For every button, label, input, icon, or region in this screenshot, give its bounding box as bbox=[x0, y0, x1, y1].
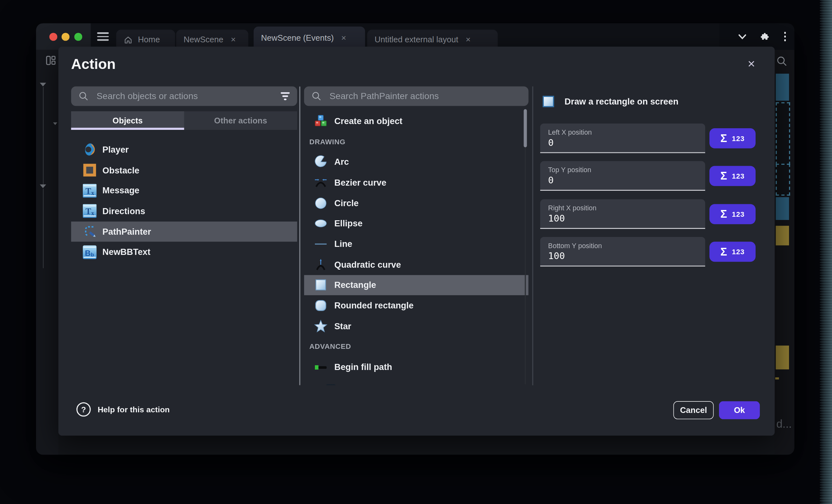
expression-editor-button[interactable]: Σ 123 bbox=[709, 128, 756, 148]
svg-text:x: x bbox=[91, 190, 94, 196]
field-value[interactable]: 100 bbox=[548, 251, 565, 261]
close-tab-icon[interactable]: × bbox=[341, 33, 346, 43]
field-top-y-position[interactable]: Top Y position 0 bbox=[540, 161, 705, 191]
tab-label: NewScene bbox=[184, 35, 224, 45]
expression-editor-button[interactable]: Σ 123 bbox=[709, 166, 756, 186]
event-block bbox=[776, 226, 789, 245]
close-dialog-icon[interactable]: × bbox=[744, 56, 759, 71]
action-item-clipped[interactable] bbox=[304, 377, 528, 385]
tree-guide-line bbox=[43, 189, 44, 268]
close-tab-icon[interactable]: × bbox=[231, 35, 236, 45]
field-bottom-y-position[interactable]: Bottom Y position 100 bbox=[540, 237, 705, 267]
sigma-icon: Σ bbox=[720, 208, 727, 221]
tab-objects[interactable]: Objects bbox=[71, 111, 184, 130]
event-block bbox=[775, 377, 779, 380]
fullscreen-window-button[interactable] bbox=[74, 33, 82, 41]
action-item-bezier-curve[interactable]: Bezier curve bbox=[304, 172, 528, 193]
action-label: Rectangle bbox=[334, 280, 376, 290]
field-right-x-position[interactable]: Right X position 100 bbox=[540, 199, 705, 229]
object-label: Obstacle bbox=[102, 165, 139, 175]
action-item-rounded-rectangle[interactable]: Rounded rectangle bbox=[304, 295, 528, 316]
help-icon: ? bbox=[76, 402, 91, 417]
app-window: Home NewScene × NewScene (Events) × Unti… bbox=[36, 23, 794, 455]
cancel-button[interactable]: Cancel bbox=[673, 401, 714, 419]
events-sheet-strip: d... bbox=[775, 50, 794, 455]
tab-newscene-events[interactable]: NewScene (Events) × bbox=[254, 27, 365, 50]
field-label: Top Y position bbox=[548, 166, 591, 174]
search-actions-input[interactable] bbox=[328, 90, 521, 102]
panel-divider[interactable] bbox=[299, 86, 300, 385]
svg-text:T: T bbox=[85, 207, 91, 217]
action-dialog: Action × Objects Other actions bbox=[58, 47, 775, 436]
minimize-window-button[interactable] bbox=[62, 33, 70, 41]
action-item-line[interactable]: Line bbox=[304, 234, 528, 254]
search-objects-input[interactable] bbox=[96, 90, 274, 102]
help-for-action-link[interactable]: ? Help for this action bbox=[76, 402, 170, 417]
close-tab-icon[interactable]: × bbox=[466, 35, 471, 45]
action-item-create-object[interactable]: Create an object bbox=[304, 111, 528, 131]
action-label: Rounded rectangle bbox=[334, 301, 413, 310]
tab-other-actions[interactable]: Other actions bbox=[184, 111, 297, 130]
field-value[interactable]: 100 bbox=[548, 213, 565, 224]
action-label: Bezier curve bbox=[334, 178, 386, 188]
chevron-down-icon[interactable] bbox=[738, 34, 746, 39]
object-item-player[interactable]: Player bbox=[71, 139, 297, 160]
event-block bbox=[776, 197, 789, 220]
field-value[interactable]: 0 bbox=[548, 137, 554, 148]
action-item-arc[interactable]: Arc bbox=[304, 152, 528, 172]
panels-layout-icon bbox=[46, 55, 56, 66]
ok-button[interactable]: Ok bbox=[719, 401, 760, 419]
object-item-directions[interactable]: Tx Directions bbox=[71, 201, 297, 222]
extensions-puzzle-icon[interactable] bbox=[760, 31, 770, 41]
numbers-icon: 123 bbox=[732, 210, 745, 218]
action-label: Quadratic curve bbox=[334, 259, 401, 269]
object-item-message[interactable]: Tx Message bbox=[71, 180, 297, 201]
event-block bbox=[776, 346, 789, 369]
action-label: Circle bbox=[334, 198, 359, 208]
ellipse-icon bbox=[314, 217, 328, 230]
more-options-kebab-icon[interactable] bbox=[784, 32, 786, 41]
action-list: Create an object DRAWING Arc Bezier curv… bbox=[304, 111, 528, 385]
main-menu-icon[interactable] bbox=[97, 31, 109, 42]
svg-text:T: T bbox=[85, 186, 91, 196]
clipped-action-icon bbox=[327, 385, 335, 385]
action-list-scrollbar-thumb[interactable] bbox=[524, 109, 527, 147]
expression-editor-button[interactable]: Σ 123 bbox=[709, 242, 756, 262]
section-header-drawing: DRAWING bbox=[304, 131, 528, 152]
svg-text:B: B bbox=[85, 249, 90, 257]
tree-expander-icon bbox=[40, 83, 46, 87]
action-label: Create an object bbox=[334, 116, 402, 126]
obstacle-icon bbox=[83, 163, 97, 177]
rectangle-icon bbox=[314, 278, 328, 291]
object-label: Message bbox=[102, 186, 139, 196]
action-item-ellipse[interactable]: Ellipse bbox=[304, 213, 528, 234]
help-label: Help for this action bbox=[98, 405, 170, 414]
selected-action-title: Draw a rectangle on screen bbox=[565, 96, 679, 107]
object-item-obstacle[interactable]: Obstacle bbox=[71, 160, 297, 180]
field-left-x-position[interactable]: Left X position 0 bbox=[540, 123, 705, 153]
action-item-star[interactable]: Star bbox=[304, 316, 528, 336]
rounded-rectangle-icon bbox=[314, 299, 328, 312]
star-icon bbox=[314, 319, 328, 333]
action-list-scrollbar-track[interactable] bbox=[525, 109, 526, 385]
svg-text:b: b bbox=[91, 252, 94, 258]
action-item-rectangle[interactable]: Rectangle bbox=[304, 275, 528, 295]
close-window-button[interactable] bbox=[49, 33, 57, 41]
action-item-quadratic-curve[interactable]: Quadratic curve bbox=[304, 254, 528, 275]
objects-search-field[interactable] bbox=[71, 86, 297, 106]
field-label: Right X position bbox=[548, 204, 597, 212]
tab-label: Untitled external layout bbox=[374, 35, 458, 45]
object-label: Directions bbox=[102, 206, 145, 216]
actions-search-field[interactable] bbox=[304, 86, 528, 106]
action-label: Arc bbox=[334, 157, 348, 167]
expression-editor-button[interactable]: Σ 123 bbox=[709, 204, 756, 224]
object-item-pathpainter[interactable]: PathPainter bbox=[71, 222, 297, 242]
section-header-advanced: ADVANCED bbox=[304, 336, 528, 357]
action-item-begin-fill-path[interactable]: Begin fill path bbox=[304, 357, 528, 377]
object-item-newbbtext[interactable]: Bb NewBBText bbox=[71, 242, 297, 262]
field-value[interactable]: 0 bbox=[548, 175, 554, 186]
action-item-circle[interactable]: Circle bbox=[304, 193, 528, 213]
sigma-icon: Σ bbox=[720, 132, 727, 145]
filter-icon[interactable] bbox=[280, 92, 290, 100]
tree-expander-icon bbox=[40, 184, 46, 188]
